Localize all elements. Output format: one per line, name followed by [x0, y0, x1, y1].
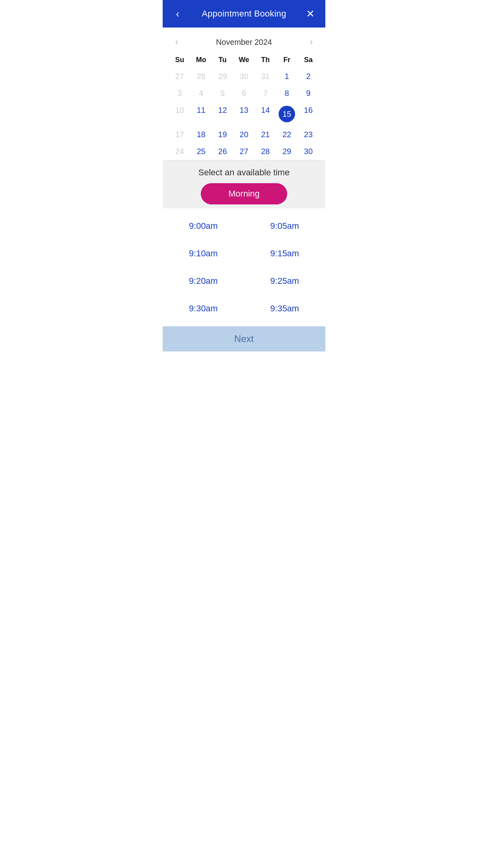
calendar-days: 2728293031123456789101112131415161718192…	[169, 68, 319, 160]
calendar-day[interactable]: 20	[233, 126, 255, 143]
day-header-sa: Sa	[297, 53, 319, 66]
calendar-day[interactable]: 27	[233, 143, 255, 160]
page-title: Appointment Booking	[202, 9, 286, 19]
calendar-day[interactable]: 17	[169, 126, 191, 143]
calendar-day[interactable]: 14	[255, 102, 276, 126]
calendar-day[interactable]: 4	[191, 85, 212, 102]
time-slot[interactable]: 9:00am	[163, 212, 244, 240]
month-nav: ‹ November 2024 ›	[169, 31, 319, 53]
day-header-th: Th	[255, 53, 276, 66]
time-slot[interactable]: 9:30am	[163, 295, 244, 322]
day-headers: Su Mo Tu We Th Fr Sa	[169, 53, 319, 66]
day-header-mo: Mo	[191, 53, 212, 66]
calendar-day[interactable]: 31	[255, 68, 276, 85]
calendar-day[interactable]: 23	[297, 126, 319, 143]
time-slots-section: 9:00am9:05am9:10am9:15am9:20am9:25am9:30…	[163, 208, 325, 326]
calendar-day[interactable]: 22	[276, 126, 298, 143]
calendar-day[interactable]: 16	[297, 102, 319, 126]
time-slot[interactable]: 9:10am	[163, 240, 244, 267]
calendar-day[interactable]: 13	[233, 102, 255, 126]
day-header-fr: Fr	[276, 53, 298, 66]
day-header-tu: Tu	[212, 53, 233, 66]
calendar-day[interactable]: 25	[191, 143, 212, 160]
back-button[interactable]: ‹	[171, 8, 185, 20]
time-section-header: Select an available time Morning	[163, 160, 325, 208]
calendar-day[interactable]: 2	[297, 68, 319, 85]
calendar-day[interactable]: 11	[191, 102, 212, 126]
calendar-day[interactable]: 21	[255, 126, 276, 143]
calendar-day[interactable]: 19	[212, 126, 233, 143]
month-title: November 2024	[216, 38, 272, 47]
calendar-day[interactable]: 30	[233, 68, 255, 85]
calendar-day[interactable]: 28	[255, 143, 276, 160]
time-slot[interactable]: 9:25am	[244, 267, 325, 295]
time-slot[interactable]: 9:15am	[244, 240, 325, 267]
calendar-day[interactable]: 10	[169, 102, 191, 126]
calendar-day[interactable]: 1	[276, 68, 298, 85]
morning-button[interactable]: Morning	[201, 183, 287, 204]
next-button[interactable]: Next	[170, 333, 318, 344]
day-header-we: We	[233, 53, 255, 66]
time-slot[interactable]: 9:05am	[244, 212, 325, 240]
time-slot[interactable]: 9:35am	[244, 295, 325, 322]
day-header-su: Su	[169, 53, 191, 66]
next-month-button[interactable]: ›	[306, 35, 317, 49]
calendar-day[interactable]: 29	[212, 68, 233, 85]
calendar-day[interactable]: 26	[212, 143, 233, 160]
calendar-day[interactable]: 30	[297, 143, 319, 160]
calendar-day[interactable]: 3	[169, 85, 191, 102]
calendar-day[interactable]: 12	[212, 102, 233, 126]
calendar-day[interactable]: 28	[191, 68, 212, 85]
calendar-day[interactable]: 8	[276, 85, 298, 102]
calendar-day[interactable]: 7	[255, 85, 276, 102]
calendar-day[interactable]: 24	[169, 143, 191, 160]
calendar-day[interactable]: 27	[169, 68, 191, 85]
calendar-day[interactable]: 6	[233, 85, 255, 102]
calendar-day[interactable]: 29	[276, 143, 298, 160]
close-button[interactable]: ✕	[303, 8, 317, 20]
calendar-day[interactable]: 18	[191, 126, 212, 143]
prev-month-button[interactable]: ‹	[171, 35, 182, 49]
footer: Next	[163, 326, 325, 351]
calendar-day[interactable]: 9	[297, 85, 319, 102]
calendar-section: ‹ November 2024 › Su Mo Tu We Th Fr Sa 2…	[163, 28, 325, 160]
calendar-grid: Su Mo Tu We Th Fr Sa 2728293031123456789…	[169, 53, 319, 160]
calendar-day[interactable]: 15	[276, 102, 298, 126]
app-header: ‹ Appointment Booking ✕	[163, 0, 325, 28]
calendar-day[interactable]: 5	[212, 85, 233, 102]
time-slot[interactable]: 9:20am	[163, 267, 244, 295]
select-time-label: Select an available time	[169, 167, 319, 178]
time-slots-grid: 9:00am9:05am9:10am9:15am9:20am9:25am9:30…	[163, 212, 325, 322]
